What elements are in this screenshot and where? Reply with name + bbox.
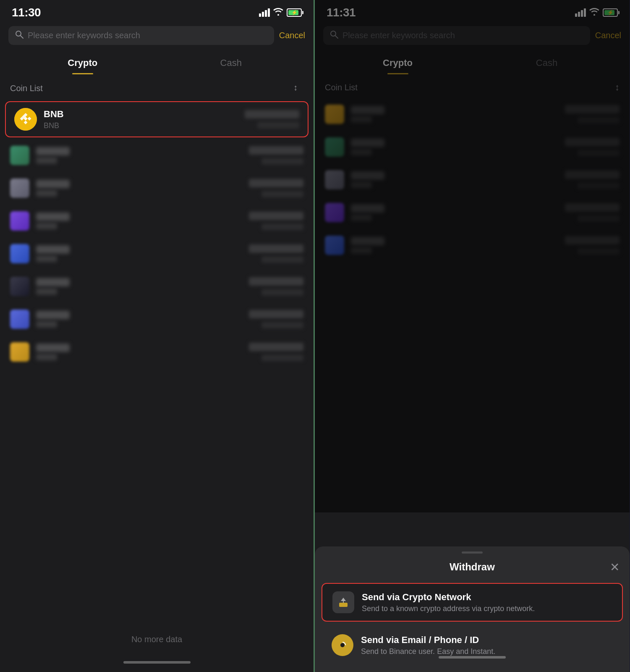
tabs-left: Crypto Cash: [0, 49, 314, 74]
withdraw-modal: Withdraw ✕ Send via Crypto Network Send …: [315, 546, 630, 672]
coin-info-bnb: BNB BNB: [44, 109, 238, 130]
coin-item-bnb[interactable]: BNB BNB: [5, 101, 308, 137]
coin-icon-3: [10, 178, 29, 198]
home-indicator-left: [123, 661, 191, 664]
svg-text:↕: ↕: [293, 83, 298, 92]
wifi-icon-left: [273, 8, 283, 18]
svg-point-9: [340, 643, 345, 647]
cancel-button-left[interactable]: Cancel: [279, 31, 305, 40]
email-phone-text: Send via Email / Phone / ID Send to Bina…: [361, 635, 613, 656]
coin-list-header-left: Coin List ↕: [0, 74, 314, 100]
status-icons-left: ⚡: [259, 8, 302, 18]
sort-icon-left[interactable]: ↕: [293, 82, 303, 94]
tab-cash-left[interactable]: Cash: [157, 53, 306, 74]
coin-icon-4: [10, 211, 29, 231]
email-phone-icon: [332, 634, 353, 656]
left-phone-panel: 11:30 ⚡: [0, 0, 315, 672]
tab-crypto-left[interactable]: Crypto: [8, 53, 157, 74]
status-bar-left: 11:30 ⚡: [0, 0, 314, 23]
coin-icon-8: [10, 342, 29, 362]
coin-name-bnb: BNB: [44, 109, 238, 120]
svg-rect-6: [339, 603, 348, 607]
withdraw-handle: [462, 551, 483, 554]
coin-symbol-bnb: BNB: [44, 121, 238, 130]
crypto-network-desc: Send to a known crypto address via crypt…: [362, 604, 612, 613]
dimmed-overlay-right: [315, 0, 630, 512]
coin-icon-5: [10, 244, 29, 263]
coin-values-bnb: [245, 110, 299, 129]
coin-list-left: BNB BNB: [0, 100, 314, 657]
coin-item-7[interactable]: [0, 303, 314, 336]
search-icon-left: [15, 30, 24, 41]
crypto-network-icon: [332, 591, 354, 613]
withdraw-option-crypto-network[interactable]: Send via Crypto Network Send to a known …: [322, 583, 623, 622]
search-input-left[interactable]: Please enter keywords search: [8, 26, 274, 45]
svg-line-1: [21, 36, 23, 38]
coin-item-6[interactable]: [0, 270, 314, 303]
coin-item-8[interactable]: [0, 336, 314, 368]
search-bar-left: Please enter keywords search Cancel: [0, 23, 314, 49]
svg-point-0: [16, 31, 21, 36]
crypto-network-title: Send via Crypto Network: [362, 592, 612, 603]
coin-item-4[interactable]: [0, 205, 314, 237]
coin-icon-6: [10, 277, 29, 296]
withdraw-header: Withdraw ✕: [315, 557, 630, 580]
no-more-data-left: No more data: [0, 622, 314, 657]
battery-icon-left: ⚡: [287, 8, 302, 17]
signal-icon-left: [259, 8, 270, 17]
right-phone-panel: 11:31 ⚡: [315, 0, 630, 672]
coin-item-3[interactable]: [0, 172, 314, 205]
coin-item-2[interactable]: [0, 139, 314, 172]
coin-list-label-left: Coin List: [10, 84, 43, 93]
coin-icon-7: [10, 310, 29, 329]
status-time-left: 11:30: [12, 6, 41, 19]
crypto-network-text: Send via Crypto Network Send to a known …: [362, 592, 612, 613]
search-placeholder-left: Please enter keywords search: [28, 31, 267, 40]
withdraw-close-button[interactable]: ✕: [610, 560, 620, 574]
email-phone-title: Send via Email / Phone / ID: [361, 635, 613, 646]
coin-icon-2: [10, 146, 29, 165]
home-indicator-right: [439, 656, 506, 659]
coin-item-5[interactable]: [0, 237, 314, 270]
email-phone-desc: Send to Binance user. Easy and Instant.: [361, 647, 613, 656]
coin-icon-bnb: [14, 108, 37, 131]
withdraw-title: Withdraw: [450, 561, 495, 573]
